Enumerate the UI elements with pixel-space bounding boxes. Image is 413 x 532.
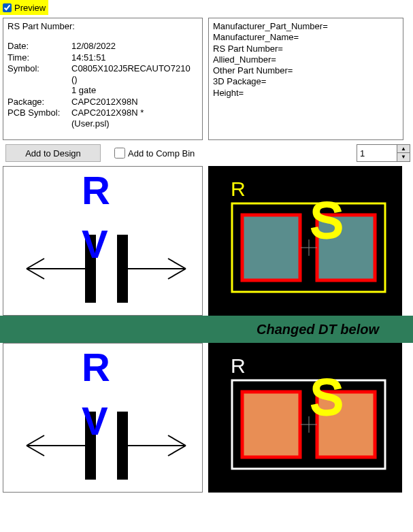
svg-line-5 (168, 269, 186, 279)
svg-rect-7 (117, 235, 128, 303)
separator-band: Changed DT below (0, 316, 413, 343)
fp-top-ref-text: R (231, 178, 246, 200)
svg-line-1 (27, 259, 44, 269)
time-value: 14:51:51 (71, 52, 198, 63)
quantity-stepper[interactable]: ▲ ▼ (357, 144, 410, 162)
separator-text: Changed DT below (257, 322, 379, 337)
symbol-value-2: () (71, 74, 198, 85)
time-label: Time: (7, 52, 66, 63)
symbol-value-3: 1 gate (71, 85, 198, 96)
attr-line-2: Manufacturer_Name= (213, 32, 399, 43)
symbol-preview: R V (3, 166, 203, 316)
symbol-val-text: V (82, 222, 108, 266)
pcb-symbol-value: CAPC2012X98N * (71, 107, 198, 118)
add-to-comp-bin-input[interactable] (114, 148, 125, 159)
rs-part-number-label: RS Part Number: (7, 21, 198, 32)
fp-bot-ref-text: R (231, 354, 246, 377)
attr-line-4: Allied_Number= (213, 54, 399, 65)
fp-bot-sil-text: S (310, 370, 343, 425)
part-info-panel: RS Part Number: Date: 12/08/2022 Time: 1… (3, 18, 203, 140)
footprint-preview-top: R S (208, 166, 402, 316)
attr-line-3: RS Part Number= (213, 44, 399, 54)
svg-line-11 (27, 435, 44, 446)
footprint-preview-bottom: R S (208, 343, 402, 493)
add-to-design-button[interactable]: Add to Design (5, 144, 101, 162)
svg-line-4 (168, 259, 186, 269)
svg-line-12 (27, 446, 44, 456)
preview-checkbox[interactable]: Preview (0, 0, 48, 15)
date-value: 12/08/2022 (71, 41, 198, 52)
svg-line-2 (27, 269, 44, 279)
symbol-preview-2: R V (3, 343, 203, 493)
symbol-label: Symbol: (7, 63, 66, 74)
add-to-comp-bin-checkbox[interactable]: Add to Comp Bin (114, 148, 195, 159)
symbol-ref-text: R (82, 168, 110, 212)
preview-checkbox-input[interactable] (3, 3, 12, 12)
attr-line-1: Manufacturer_Part_Number= (213, 21, 399, 32)
package-value: CAPC2012X98N (71, 97, 198, 107)
svg-text:R: R (82, 345, 110, 389)
quantity-step-up[interactable]: ▲ (397, 145, 410, 153)
attr-line-7: Height= (213, 88, 399, 99)
pcb-symbol-label: PCB Symbol: (7, 107, 66, 118)
svg-line-14 (168, 435, 186, 446)
attr-line-6: 3D Package= (213, 76, 399, 87)
svg-text:V: V (82, 399, 108, 443)
preview-checkbox-label: Preview (14, 3, 46, 13)
svg-line-15 (168, 446, 186, 456)
date-label: Date: (7, 41, 66, 52)
fp-top-sil-text: S (310, 193, 343, 248)
svg-rect-17 (117, 412, 128, 480)
add-to-comp-bin-label: Add to Comp Bin (128, 148, 195, 159)
quantity-input[interactable] (357, 145, 397, 161)
attr-line-5: Other Part Number= (213, 65, 399, 76)
attributes-panel: Manufacturer_Part_Number= Manufacturer_N… (208, 18, 403, 140)
fp-bot-pad-1 (242, 392, 300, 457)
fp-top-pad-1 (242, 215, 300, 280)
package-label: Package: (7, 97, 66, 107)
pcb-symbol-value-2: (User.psl) (71, 118, 198, 129)
symbol-value: C0805X102J5RECAUTO7210 (71, 63, 198, 74)
quantity-step-down[interactable]: ▼ (397, 153, 410, 161)
